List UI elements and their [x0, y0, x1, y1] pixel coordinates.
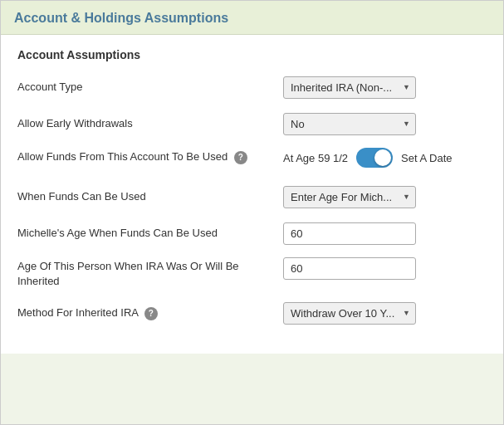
allow-funds-control: At Age 59 1/2 Set A Date	[283, 148, 487, 168]
michelles-age-label: Michelle's Age When Funds Can Be Used	[17, 226, 283, 241]
toggle-row: At Age 59 1/2 Set A Date	[283, 148, 453, 168]
page-title: Account & Holdings Assumptions	[14, 11, 490, 26]
allow-funds-help-icon[interactable]: ?	[234, 151, 247, 164]
allow-funds-row: Allow Funds From This Account To Be Used…	[17, 148, 487, 173]
account-type-select[interactable]: Inherited IRA (Non-...	[283, 76, 416, 99]
when-funds-select[interactable]: Enter Age For Mich...	[283, 186, 416, 208]
when-funds-label: When Funds Can Be Used	[17, 189, 283, 204]
michelles-age-row: Michelle's Age When Funds Can Be Used	[17, 221, 487, 246]
early-withdrawals-row: Allow Early Withdrawals No	[17, 111, 487, 136]
toggle-thumb	[374, 149, 391, 166]
early-withdrawals-control: No	[283, 113, 487, 135]
age-inherited-control	[283, 257, 487, 280]
when-funds-select-wrapper[interactable]: Enter Age For Mich...	[283, 186, 416, 208]
early-withdrawals-label: Allow Early Withdrawals	[17, 116, 283, 131]
toggle-track	[356, 148, 393, 168]
account-type-control: Inherited IRA (Non-...	[283, 76, 487, 99]
method-inherited-help-icon[interactable]: ?	[144, 307, 158, 320]
age-inherited-input[interactable]	[283, 257, 416, 280]
page-container: Account & Holdings Assumptions Account A…	[0, 0, 504, 425]
early-withdrawals-select[interactable]: No	[283, 113, 416, 135]
method-inherited-control: Withdraw Over 10 Y...	[283, 302, 487, 325]
account-type-select-wrapper[interactable]: Inherited IRA (Non-...	[283, 76, 416, 99]
content-area: Account Assumptions Account Type Inherit…	[1, 35, 503, 354]
age-inherited-row: Age Of This Person When IRA Was Or Will …	[17, 257, 487, 289]
when-funds-row: When Funds Can Be Used Enter Age For Mic…	[17, 184, 487, 209]
account-type-row: Account Type Inherited IRA (Non-...	[17, 75, 487, 100]
michelles-age-control	[283, 222, 487, 245]
age-inherited-label: Age Of This Person When IRA Was Or Will …	[17, 257, 283, 289]
method-inherited-label: Method For Inherited IRA ?	[17, 305, 283, 320]
method-inherited-select[interactable]: Withdraw Over 10 Y...	[283, 302, 416, 325]
section-title: Account Assumptions	[17, 48, 487, 61]
michelles-age-input[interactable]	[283, 222, 416, 245]
method-inherited-select-wrapper[interactable]: Withdraw Over 10 Y...	[283, 302, 416, 325]
toggle-right-label: Set A Date	[401, 152, 452, 164]
early-withdrawals-select-wrapper[interactable]: No	[283, 113, 416, 135]
page-header: Account & Holdings Assumptions	[1, 1, 503, 35]
account-type-label: Account Type	[17, 80, 283, 95]
allow-funds-label: Allow Funds From This Account To Be Used…	[17, 148, 283, 164]
when-funds-control: Enter Age For Mich...	[283, 186, 487, 208]
toggle-switch[interactable]	[356, 148, 393, 168]
toggle-left-label: At Age 59 1/2	[283, 152, 348, 164]
method-inherited-row: Method For Inherited IRA ? Withdraw Over…	[17, 300, 487, 325]
